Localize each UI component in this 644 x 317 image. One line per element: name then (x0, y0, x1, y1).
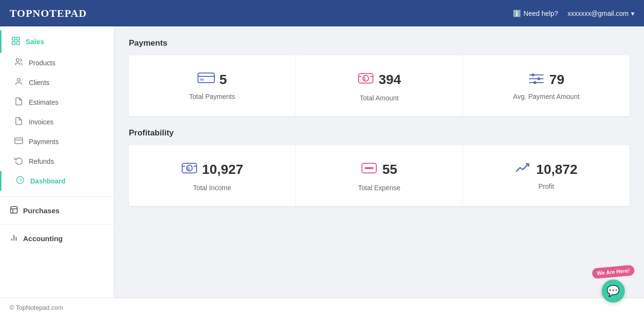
stat-card-total-income: $ 10,927 Total Income (129, 145, 296, 206)
svg-rect-15 (198, 73, 214, 83)
main-content: Payments 5 Total Payments (114, 26, 644, 298)
sidebar-item-estimates[interactable]: Estimates (0, 92, 114, 112)
total-income-value: $ 10,927 (181, 159, 244, 179)
profit-icon (515, 161, 532, 178)
sidebar-item-invoices[interactable]: Invoices (0, 112, 114, 132)
chat-widget: We Are Here! 💬 (592, 267, 634, 303)
accounting-icon (10, 233, 18, 244)
sidebar-divider-1 (0, 196, 114, 197)
total-income-label: Total Income (193, 184, 231, 192)
help-icon: ℹ️ (513, 10, 521, 17)
income-icon: $ (181, 159, 198, 179)
sidebar-item-payments[interactable]: Payments (0, 132, 114, 151)
copyright: © TopNotepad.com (10, 304, 63, 311)
products-label: Products (29, 59, 55, 67)
svg-rect-35 (365, 167, 373, 169)
total-amount-label: Total Amount (360, 94, 399, 102)
purchases-label: Purchases (23, 207, 60, 215)
chat-icon: 💬 (607, 285, 619, 297)
sidebar: Sales Products Clients Estimates (0, 26, 114, 298)
money-icon: $ (358, 70, 374, 89)
svg-rect-9 (11, 207, 17, 213)
svg-point-4 (16, 59, 19, 61)
svg-rect-6 (15, 138, 23, 144)
svg-text:$: $ (363, 76, 366, 81)
sidebar-item-products[interactable]: Products (0, 53, 114, 73)
user-menu[interactable]: xxxxxxx@gmail.com ▾ (568, 10, 634, 17)
avg-payment-value: 79 (528, 71, 564, 88)
footer: © TopNotepad.com (0, 298, 644, 317)
payments-icon (14, 136, 23, 146)
sales-section: Sales Products Clients Estimates (0, 26, 114, 195)
invoices-icon (14, 117, 23, 127)
svg-point-27 (537, 77, 540, 80)
svg-point-28 (533, 81, 536, 84)
total-payments-label: Total Payments (189, 93, 235, 100)
svg-rect-3 (12, 42, 15, 45)
stat-card-profit: 10,872 Profit (463, 145, 630, 206)
clients-label: Clients (29, 79, 50, 86)
invoices-label: Invoices (29, 118, 53, 126)
sliders-icon (528, 71, 545, 88)
card-icon (198, 71, 215, 88)
sidebar-item-sales[interactable]: Sales (0, 30, 114, 53)
total-expense-value: 55 (361, 159, 397, 179)
profitability-stats-row: $ 10,927 Total Income (129, 145, 630, 206)
sales-icon (11, 36, 21, 47)
sidebar-item-refunds[interactable]: Refunds (0, 151, 114, 171)
expense-icon (361, 159, 377, 179)
sidebar-divider-2 (0, 224, 114, 225)
svg-rect-0 (12, 37, 15, 40)
clients-icon (14, 77, 23, 87)
chat-button[interactable]: 💬 (602, 280, 625, 303)
dashboard-icon (16, 176, 25, 186)
svg-point-5 (17, 78, 20, 81)
stat-card-total-expense: 55 Total Expense (296, 145, 463, 206)
profit-value: 10,872 (515, 161, 578, 178)
sidebar-item-accounting[interactable]: Accounting (0, 227, 114, 250)
header-right: ℹ️ Need help? xxxxxxx@gmail.com ▾ (513, 10, 634, 17)
total-payments-value: 5 (198, 71, 227, 88)
stat-card-avg-payment: 79 Avg. Payment Amount (463, 55, 630, 116)
svg-text:$: $ (187, 166, 189, 171)
svg-rect-2 (17, 42, 20, 45)
header: TopNotepad ℹ️ Need help? xxxxxxx@gmail.c… (0, 0, 644, 26)
chat-label: We Are Here! (592, 265, 635, 279)
main-layout: Sales Products Clients Estimates (0, 26, 644, 298)
accounting-label: Accounting (23, 234, 63, 243)
stat-card-total-payments: 5 Total Payments (129, 55, 296, 116)
products-icon (14, 58, 23, 68)
svg-rect-17 (200, 78, 204, 81)
total-expense-label: Total Expense (358, 184, 400, 192)
total-amount-value: $ 394 (358, 70, 401, 89)
purchases-icon (10, 206, 18, 216)
sidebar-item-dashboard[interactable]: Dashboard (0, 171, 114, 191)
stat-card-total-amount: $ 394 Total Amount (296, 55, 463, 116)
logo: TopNotepad (10, 7, 87, 20)
profitability-section-title: Profitability (129, 128, 630, 138)
svg-point-26 (532, 73, 534, 76)
refunds-label: Refunds (29, 158, 54, 165)
sidebar-item-clients[interactable]: Clients (0, 73, 114, 92)
payments-stats-row: 5 Total Payments $ 3 (129, 55, 630, 116)
payments-section-title: Payments (129, 38, 630, 48)
payments-label: Payments (29, 138, 59, 146)
avg-payment-label: Avg. Payment Amount (513, 93, 580, 100)
refunds-icon (14, 156, 23, 166)
estimates-icon (14, 97, 23, 107)
estimates-label: Estimates (29, 98, 58, 106)
profit-label: Profit (538, 183, 554, 190)
sales-label: Sales (25, 37, 44, 46)
dashboard-label: Dashboard (30, 177, 65, 185)
svg-rect-1 (17, 37, 20, 40)
need-help-button[interactable]: ℹ️ Need help? (513, 10, 558, 17)
sidebar-item-purchases[interactable]: Purchases (0, 199, 114, 222)
dropdown-arrow-icon: ▾ (631, 10, 634, 17)
